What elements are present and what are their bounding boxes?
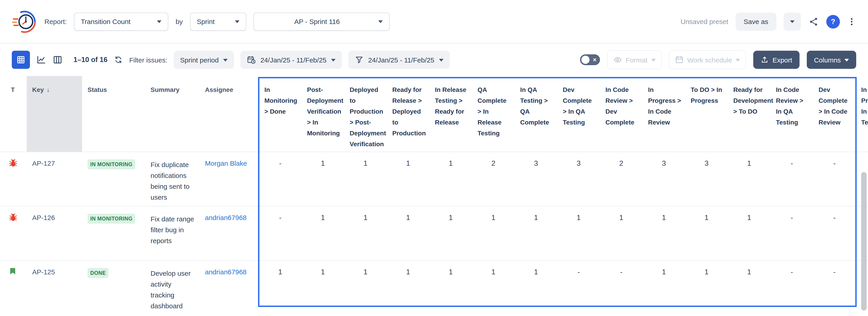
columns-board-icon [53, 55, 63, 65]
column-header-transition: Dev Complete > In Code Review [813, 76, 856, 152]
transition-count-cell: 1 [430, 152, 472, 206]
report-type-select[interactable]: Transition Count [74, 12, 168, 31]
sprint-select[interactable]: AP - Sprint 116 [253, 12, 390, 31]
transition-count-cell: - [771, 206, 813, 260]
column-header-transition: Dev Complete > In QA Testing [557, 76, 600, 152]
chevron-down-icon [331, 59, 336, 61]
table-view-button[interactable] [12, 51, 30, 69]
transition-count-cell: 3 [557, 152, 600, 206]
sort-desc-icon: ↓ [46, 84, 50, 95]
column-header-transition: In Progress > In QA Testing [856, 76, 868, 152]
transition-count-cell: 1 [302, 260, 344, 316]
transition-count-cell: 1 [472, 206, 515, 260]
save-as-dropdown-button[interactable] [784, 12, 801, 31]
transition-count-cell: 3 [685, 152, 728, 206]
issue-summary: Fix date range filter bug in reports [145, 206, 199, 260]
group-by-value: Sprint [197, 17, 215, 25]
toolbar-actions: ✕ Format Work schedule [580, 50, 856, 69]
column-header-key[interactable]: Key↓ [27, 76, 82, 152]
chevron-down-icon [736, 59, 740, 61]
toggle-off-icon: ✕ [593, 56, 597, 63]
report-table: TKey↓StatusSummaryAssigneeIn Monitoring … [0, 76, 868, 316]
column-header-transition: Ready for Development > To DO [728, 76, 771, 152]
export-button[interactable]: Export [753, 51, 800, 69]
assignee-link[interactable]: andrian67968 [205, 214, 247, 221]
transition-count-cell: 3 [643, 152, 685, 206]
help-button[interactable]: ? [826, 15, 840, 28]
transition-count-cell: 1 [643, 260, 685, 316]
share-button[interactable] [808, 16, 819, 27]
filter-issues-label: Filter issues: [129, 56, 167, 64]
status-badge: DONE [88, 268, 108, 278]
assignee-link[interactable]: Morgan Blake [205, 160, 247, 167]
period-select[interactable]: Sprint period [174, 51, 234, 69]
preset-status: Unsaved preset [680, 17, 728, 25]
sprint-value: AP - Sprint 116 [260, 17, 374, 25]
columns-button[interactable]: Columns [807, 51, 856, 69]
bug-icon [8, 158, 18, 168]
issue-key: AP-125 [27, 260, 82, 316]
kebab-menu-icon [847, 17, 856, 26]
issue-type-cell [0, 152, 27, 206]
transition-count-cell: 1 [643, 206, 685, 260]
group-by-select[interactable]: Sprint [190, 12, 246, 31]
format-button: Format [607, 50, 661, 69]
vertical-scrollbar[interactable] [861, 172, 867, 311]
report-label: Report: [44, 17, 67, 25]
column-header-transition: In QA Testing > QA Complete [515, 76, 557, 152]
period-value: Sprint period [180, 56, 219, 64]
filter-date-range-select[interactable]: 24/Jan/25 - 11/Feb/25 [348, 51, 450, 69]
format-label: Format [626, 56, 647, 64]
chevron-down-icon [844, 59, 849, 61]
issue-summary: Develop user activity tracking dashboard [145, 260, 199, 316]
column-header-transition: In Release Testing > Ready for Release [430, 76, 472, 152]
issue-status-cell: DONE [82, 260, 145, 316]
transition-count-cell: 1 [600, 206, 643, 260]
share-icon [808, 16, 819, 27]
funnel-filter-icon [354, 55, 364, 64]
chart-view-button[interactable] [36, 55, 46, 65]
chevron-down-icon [651, 59, 655, 61]
transition-count-cell: 1 [387, 260, 430, 316]
column-header-status: Status [82, 76, 145, 152]
chevron-down-icon [157, 21, 161, 23]
app-window: Report: Transition Count by Sprint AP - … [0, 0, 868, 316]
column-header-transition: In Progress > In Code Review [643, 76, 685, 152]
transition-count-cell: 1 [728, 206, 771, 260]
transition-count-cell: 2 [600, 152, 643, 206]
grid-view-icon [16, 55, 25, 64]
status-badge: IN MONITORING [88, 160, 135, 169]
column-header-transition: To DO > In Progress [685, 76, 728, 152]
column-header-transition: In Code Review > In QA Testing [771, 76, 813, 152]
column-header-summary: Summary [145, 76, 199, 152]
chevron-down-icon [439, 59, 443, 61]
sprint-date-range-select[interactable]: 24/Jan/25 - 11/Feb/25 [240, 51, 342, 69]
column-header-transition: In Code Review > Dev Complete [600, 76, 643, 152]
highlight-toggle[interactable]: ✕ [580, 54, 600, 65]
columns-label: Columns [814, 56, 841, 64]
transition-count-cell: - [557, 260, 600, 316]
transition-count-cell: 2 [472, 152, 515, 206]
board-view-button[interactable] [53, 55, 63, 65]
calendar-icon [675, 55, 684, 64]
save-as-button[interactable]: Save as [736, 12, 776, 31]
transition-count-cell: - [813, 260, 856, 316]
transition-count-cell: 1 [728, 152, 771, 206]
assignee-link[interactable]: andrian67968 [205, 268, 247, 276]
refresh-button[interactable] [114, 55, 123, 64]
issue-assignee-cell: andrian67968 [199, 260, 259, 316]
pagination: 1–10 of 16 [73, 56, 107, 64]
transition-count-cell: 1 [344, 260, 387, 316]
header-actions: Unsaved preset Save as ? [680, 12, 856, 31]
work-schedule-label: Work schedule [687, 56, 732, 64]
by-label: by [176, 17, 183, 25]
transition-count-cell: - [771, 152, 813, 206]
app-logo-icon [12, 9, 37, 34]
issue-type-cell [0, 260, 27, 316]
issue-summary: Fix duplicate notifications being sent t… [145, 152, 199, 206]
transition-count-cell: - [813, 152, 856, 206]
calendar-clock-icon [247, 55, 256, 64]
transition-count-cell: 1 [685, 206, 728, 260]
header: Report: Transition Count by Sprint AP - … [0, 0, 868, 43]
more-menu-button[interactable] [847, 17, 856, 26]
